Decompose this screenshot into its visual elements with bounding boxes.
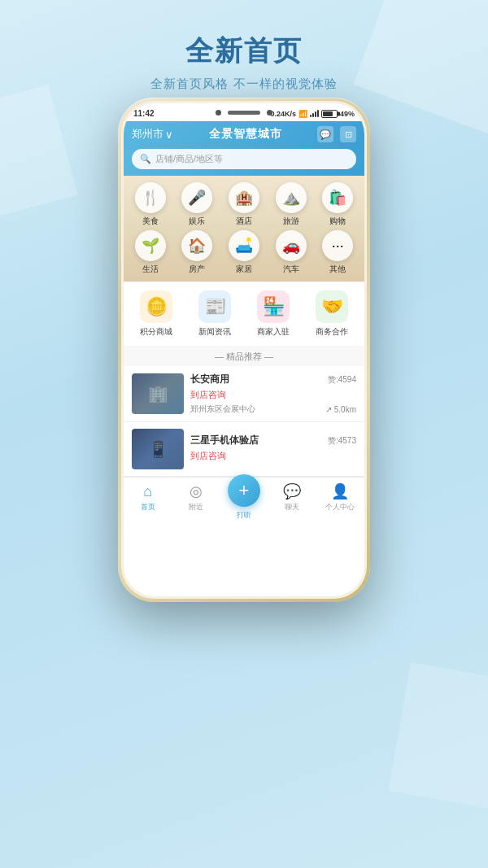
category-label: 酒店 [236,216,252,227]
battery-percent: 49% [340,110,355,118]
category-item-家居[interactable]: 🛋️ 家居 [222,230,266,275]
nav-label: 首页 [141,502,155,513]
rec-info: 长安商用 赞:4594 到店咨询 郑州东区会展中心 ↗ 5.0km [190,373,356,415]
quick-label: 积分商城 [140,326,172,338]
dropdown-arrow: ∨ [165,129,173,141]
categories-grid: 🍴 美食 🎤 娱乐 🏨 酒店 ⛰️ 旅游 🛍️ 购物 🌱 生活 🏠 房产 [124,176,364,281]
category-label: 购物 [329,216,346,227]
category-label: 旅游 [283,216,299,227]
quick-label: 商家入驻 [257,326,290,338]
category-icon: 🛋️ [229,230,259,261]
category-icon: 🏠 [181,230,212,261]
nav-item-附近[interactable]: ◎ 附近 [172,482,220,513]
bar-1 [310,115,312,117]
quick-label: 新闻资讯 [198,326,231,338]
phone-screen: 11:42 0.24K/s 📶 [124,103,364,596]
phone-mockup: 11:42 0.24K/s 📶 [118,98,370,602]
bg-decoration-left [0,85,78,224]
scan-icon: ⊡ [345,129,352,140]
app-title: 全景智慧城市 [209,127,282,142]
category-item-购物[interactable]: 🛍️ 购物 [316,182,359,227]
page-title: 全新首页 [0,33,488,70]
category-item-酒店[interactable]: 🏨 酒店 [222,182,266,227]
search-placeholder: 店铺/商品/地区等 [155,153,223,165]
category-icon: 🌱 [135,230,166,261]
category-label: 生活 [142,264,159,275]
app-header: 郑州市 ∨ 全景智慧城市 💬 ⊡ [124,121,364,149]
rec-name: 长安商用 [190,373,229,386]
rec-action[interactable]: 到店咨询 [190,389,356,401]
nav-label: 附近 [189,502,203,513]
header-section: 全新首页 全新首页风格 不一样的视觉体验 [0,33,488,92]
bg-decoration-bottom [388,662,488,813]
camera-dot [216,110,221,116]
category-icon: 🚗 [276,230,307,261]
rec-action[interactable]: 到店咨询 [190,450,356,462]
category-item-美食[interactable]: 🍴 美食 [129,182,172,227]
phone-inner: 11:42 0.24K/s 📶 [121,101,367,599]
bar-4 [317,110,319,117]
category-icon: 🍴 [135,182,166,213]
quick-access-row: 🪙 积分商城 📰 新闻资讯 🏪 商家入驻 🤝 商务合作 [124,281,364,346]
rec-item[interactable]: 🏢 长安商用 赞:4594 到店咨询 郑州东区会展中心 ↗ 5.0km [124,366,364,422]
plus-button[interactable]: + [228,474,260,507]
quick-item-新闻资讯[interactable]: 📰 新闻资讯 [187,290,242,338]
message-icon-btn[interactable]: 💬 [317,126,333,142]
scan-icon-btn[interactable]: ⊡ [340,126,356,142]
chat-icon: 💬 [320,129,331,140]
rec-info: 三星手机体验店 赞:4573 到店咨询 [190,434,356,465]
nav-label: 打听 [237,510,251,521]
quick-item-商务合作[interactable]: 🤝 商务合作 [304,290,359,338]
category-icon: ··· [322,230,353,261]
rec-likes: 赞:4594 [328,374,356,386]
rec-distance: ↗ 5.0km [325,405,356,414]
category-item-娱乐[interactable]: 🎤 娱乐 [176,182,220,227]
rec-name: 三星手机体验店 [190,434,259,447]
signal-bars [310,110,319,117]
recommendations-title: — 精品推荐 — [124,346,364,366]
phone-top-bar [216,110,272,116]
category-label: 其他 [329,264,346,275]
quick-icon: 📰 [198,290,231,323]
battery-tip [338,111,340,116]
nav-item-打听[interactable]: + 打听 [220,474,268,521]
recommendations-list: 🏢 长安商用 赞:4594 到店咨询 郑州东区会展中心 ↗ 5.0km 📱 三星… [124,366,364,477]
bottom-navigation: ⌂ 首页 ◎ 附近 + 打听 💬 聊天 👤 个人中心 [124,477,364,517]
category-label: 汽车 [283,264,299,275]
nav-item-个人中心[interactable]: 👤 个人中心 [316,482,364,513]
nav-icon: ⌂ [143,483,152,500]
city-name: 郑州市 [132,127,163,142]
search-bar-area: 🔍 店铺/商品/地区等 [124,149,364,176]
bar-2 [312,113,314,117]
wifi-icon: 📶 [298,110,307,118]
nav-item-首页[interactable]: ⌂ 首页 [124,483,172,513]
category-item-生活[interactable]: 🌱 生活 [129,230,172,275]
category-item-汽车[interactable]: 🚗 汽车 [269,230,313,275]
search-input[interactable]: 🔍 店铺/商品/地区等 [132,149,356,169]
bar-3 [315,111,316,117]
status-right: 0.24K/s 📶 49% [270,110,355,118]
city-selector[interactable]: 郑州市 ∨ [132,127,173,142]
quick-label: 商务合作 [316,326,348,338]
category-icon: ⛰️ [276,182,307,213]
rec-item[interactable]: 📱 三星手机体验店 赞:4573 到店咨询 [124,422,364,477]
rec-likes: 赞:4573 [328,435,356,447]
quick-item-积分商城[interactable]: 🪙 积分商城 [129,290,184,338]
nav-icon: ◎ [190,482,203,500]
category-item-其他[interactable]: ··· 其他 [316,230,359,275]
quick-icon: 🪙 [140,290,172,323]
rec-thumbnail: 🏢 [132,373,184,414]
nav-label: 个人中心 [325,502,355,513]
category-icon: 🏨 [229,182,259,213]
quick-icon: 🏪 [257,290,290,323]
status-time: 11:42 [133,109,155,118]
nav-icon: 💬 [283,482,301,500]
category-item-房产[interactable]: 🏠 房产 [176,230,220,275]
category-item-旅游[interactable]: ⛰️ 旅游 [269,182,313,227]
nav-item-聊天[interactable]: 💬 聊天 [268,482,316,513]
status-signal-text: 0.24K/s [270,110,296,118]
battery-icon [321,110,338,118]
category-label: 家居 [236,264,252,275]
category-label: 美食 [142,216,159,227]
quick-item-商家入驻[interactable]: 🏪 商家入驻 [246,290,301,338]
